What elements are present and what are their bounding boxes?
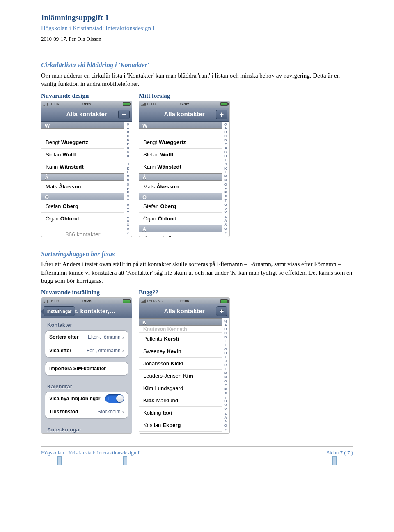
index-letter[interactable]: F	[222, 147, 229, 151]
index-letter[interactable]: Z	[222, 215, 229, 219]
index-letter[interactable]: H	[222, 154, 229, 158]
contact-row[interactable]: Kaspar A.Jensen	[139, 232, 222, 237]
index-letter[interactable]: D	[125, 138, 131, 142]
index-letter[interactable]: A	[222, 126, 229, 131]
index-letter[interactable]: Z	[222, 412, 229, 416]
index-letter[interactable]: O	[125, 183, 131, 187]
index-letter[interactable]: H	[222, 351, 229, 355]
index-letter[interactable]: E	[125, 142, 131, 147]
index-letter[interactable]: Å	[222, 219, 229, 223]
index-letter[interactable]: S	[222, 392, 229, 396]
index-letter[interactable]: J	[125, 163, 131, 167]
index-letter[interactable]: M	[222, 174, 229, 179]
index-letter[interactable]: U	[222, 203, 229, 207]
contact-row[interactable]: KimLundsgaard	[139, 382, 222, 394]
index-letter[interactable]: Å	[125, 219, 131, 223]
index-letter[interactable]: Y	[222, 211, 229, 215]
index-bar[interactable]: QABCDEFGHIJKLMNOPRSTUVYZÅÄÖ#	[125, 122, 131, 235]
contact-row[interactable]: KarinWänstedt	[139, 161, 222, 173]
index-letter[interactable]: R	[222, 388, 229, 392]
add-contact-button[interactable]: +	[118, 110, 130, 119]
contact-row[interactable]: SweeneyKevin	[139, 345, 222, 358]
index-letter[interactable]: V	[125, 207, 131, 211]
index-letter[interactable]: R	[222, 190, 229, 195]
contact-row[interactable]: KlasMarklund	[139, 394, 222, 407]
contacts-list[interactable]: W BengtWueggertz StefanWulff KarinWänste…	[139, 122, 222, 237]
index-letter[interactable]: Q	[125, 122, 131, 126]
index-letter[interactable]: O	[222, 183, 229, 187]
index-letter[interactable]: Y	[222, 408, 229, 412]
index-letter[interactable]: L	[222, 170, 229, 174]
index-letter[interactable]: E	[222, 339, 229, 343]
index-letter[interactable]: C	[222, 134, 229, 138]
index-letter[interactable]: I	[222, 158, 229, 163]
index-letter[interactable]: Å	[222, 416, 229, 420]
index-letter[interactable]: S	[125, 195, 131, 199]
index-letter[interactable]: B	[125, 130, 131, 134]
index-letter[interactable]: T	[222, 396, 229, 400]
index-letter[interactable]: M	[222, 371, 229, 376]
index-letter[interactable]: B	[222, 327, 229, 331]
index-letter[interactable]: N	[125, 179, 131, 183]
contact-row[interactable]: KristianEkberg	[139, 419, 222, 431]
index-letter[interactable]: T	[125, 199, 131, 203]
index-letter[interactable]: F	[222, 343, 229, 347]
index-letter[interactable]: L	[125, 170, 131, 174]
index-letter[interactable]: L	[222, 367, 229, 371]
index-letter[interactable]: V	[222, 404, 229, 408]
index-letter[interactable]: P	[222, 187, 229, 191]
contact-row[interactable]: KarinWänstedt	[41, 161, 124, 173]
back-button[interactable]: Inställningar	[44, 306, 75, 316]
contact-row[interactable]: BengtWueggertz	[139, 136, 222, 149]
add-contact-button[interactable]: +	[216, 306, 227, 316]
index-letter[interactable]: I	[222, 355, 229, 360]
index-bar[interactable]: QABCDEFGHIJKLMNOPRSTUVYZÅÄÖ#	[222, 318, 229, 432]
add-contact-button[interactable]: +	[216, 110, 227, 119]
index-letter[interactable]: K	[222, 167, 229, 171]
index-letter[interactable]: D	[222, 138, 229, 142]
index-letter[interactable]: A	[125, 126, 131, 131]
index-letter[interactable]: P	[222, 383, 229, 388]
index-letter[interactable]: Ä	[222, 223, 229, 227]
index-letter[interactable]: #	[125, 231, 131, 235]
index-letter[interactable]: Y	[125, 211, 131, 215]
index-letter[interactable]: #	[222, 231, 229, 235]
display-order-row[interactable]: Visa efter För-, efternamn›	[45, 344, 128, 357]
contact-row[interactable]: MatsÅkesson	[139, 181, 222, 193]
index-letter[interactable]: Ö	[222, 424, 229, 428]
toggle-switch[interactable]: I	[105, 394, 124, 403]
index-letter[interactable]: Ö	[125, 227, 131, 231]
index-letter[interactable]: D	[222, 335, 229, 339]
index-letter[interactable]: G	[222, 150, 229, 154]
contact-row[interactable]: PulleritsKersti	[139, 333, 222, 345]
index-letter[interactable]: K	[222, 363, 229, 367]
import-sim-row[interactable]: Importera SIM-kontakter	[45, 362, 128, 375]
index-letter[interactable]: I	[125, 158, 131, 163]
index-letter[interactable]: Q	[222, 319, 229, 323]
index-letter[interactable]: A	[222, 323, 229, 327]
contact-row[interactable]: ÖrjanÖhlund	[41, 213, 124, 225]
index-letter[interactable]: O	[222, 379, 229, 383]
index-letter[interactable]: K	[125, 167, 131, 171]
contact-row[interactable]: Leuders-JensenKim	[139, 370, 222, 382]
index-letter[interactable]: E	[222, 142, 229, 147]
invites-row[interactable]: Visa nya inbjudningar I	[45, 392, 128, 405]
contact-row[interactable]: Koldingtaxi	[139, 407, 222, 419]
contact-row[interactable]: StefanWulff	[41, 149, 124, 161]
index-letter[interactable]: T	[222, 199, 229, 203]
contact-row[interactable]: StefanÖberg	[41, 200, 124, 213]
index-letter[interactable]: P	[125, 187, 131, 191]
index-letter[interactable]: Ä	[125, 223, 131, 227]
index-letter[interactable]: H	[125, 154, 131, 158]
index-letter[interactable]: S	[222, 195, 229, 199]
sort-order-row[interactable]: Sortera efter Efter-, förnamn›	[45, 331, 128, 344]
index-letter[interactable]: C	[125, 134, 131, 138]
index-letter[interactable]: Ä	[222, 420, 229, 424]
index-letter[interactable]: Z	[125, 215, 131, 219]
index-letter[interactable]: Ö	[222, 227, 229, 231]
index-letter[interactable]: U	[222, 399, 229, 404]
index-letter[interactable]: C	[222, 331, 229, 335]
contact-row[interactable]: StefanÖberg	[139, 200, 222, 213]
index-letter[interactable]: G	[222, 347, 229, 351]
index-letter[interactable]: N	[222, 376, 229, 380]
